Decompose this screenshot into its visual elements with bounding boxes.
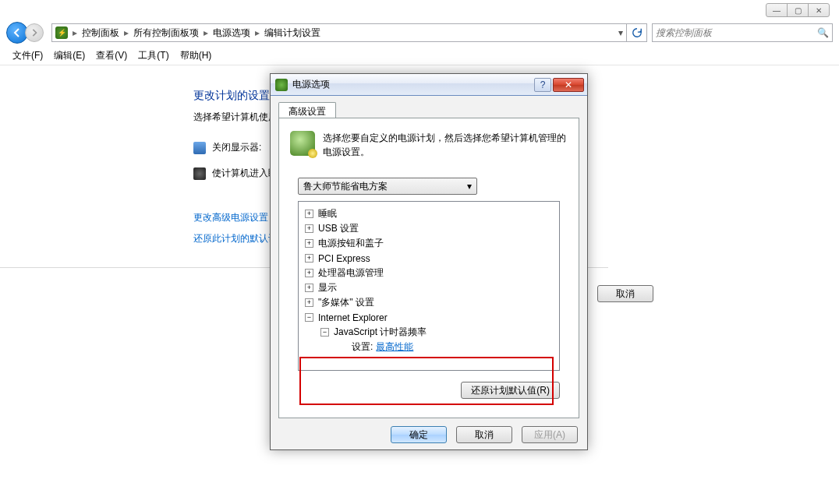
tree-label: PCI Express	[318, 253, 370, 264]
row-turn-off-display-label: 关闭显示器:	[212, 141, 261, 154]
cancel-button[interactable]: 取消	[456, 426, 512, 443]
tree-row[interactable]: +睡眠	[302, 206, 556, 221]
tree-label: USB 设置	[318, 222, 359, 235]
search-icon: 🔍	[817, 27, 829, 38]
power-plan-icon	[290, 131, 315, 156]
breadcrumb-sep: ▸	[255, 27, 260, 38]
window-control-group: — ▢ ✕	[766, 3, 830, 17]
nav-back-forward	[6, 22, 51, 44]
tree-row[interactable]: −Internet Explorer	[302, 310, 556, 325]
address-bar[interactable]: ⚡ ▸ 控制面板 ▸ 所有控制面板项 ▸ 电源选项 ▸ 编辑计划设置 ▾	[51, 23, 627, 42]
tree-row[interactable]: +PCI Express	[302, 251, 556, 266]
power-icon	[193, 167, 206, 180]
menu-view[interactable]: 查看(V)	[96, 49, 127, 62]
collapse-icon[interactable]: −	[320, 328, 329, 337]
control-panel-icon: ⚡	[55, 26, 68, 39]
menu-file[interactable]: 文件(F)	[12, 49, 43, 62]
monitor-icon	[193, 142, 206, 154]
expand-icon[interactable]: +	[305, 298, 313, 307]
tree-label: 睡眠	[318, 207, 337, 220]
search-input[interactable]: 搜索控制面板 🔍	[652, 23, 833, 42]
power-options-dialog: 电源选项 ? ✕ 高级设置 选择您要自定义的电源计划，然后选择您希望计算机管理的…	[270, 73, 588, 450]
dialog-tab-panel: 选择您要自定义的电源计划，然后选择您希望计算机管理的电源设置。 鲁大师节能省电方…	[278, 118, 579, 418]
expand-icon[interactable]: +	[305, 239, 313, 248]
power-options-icon	[275, 79, 288, 91]
page-button-row: 取消	[593, 285, 653, 302]
expand-icon[interactable]: +	[305, 269, 313, 277]
chevron-down-icon: ▾	[467, 181, 472, 192]
breadcrumb-item[interactable]: 编辑计划设置	[264, 26, 320, 40]
setting-value-link[interactable]: 最高性能	[376, 340, 413, 354]
minimize-button[interactable]: —	[766, 3, 788, 17]
tree-label: Internet Explorer	[318, 312, 388, 323]
expand-icon[interactable]: +	[305, 224, 313, 233]
forward-button[interactable]	[25, 23, 44, 42]
tree-row[interactable]: 设置:最高性能	[302, 340, 556, 354]
breadcrumb-item[interactable]: 所有控制面板项	[133, 26, 199, 40]
refresh-button[interactable]	[627, 23, 647, 42]
close-button[interactable]: ✕	[808, 3, 830, 17]
ok-button[interactable]: 确定	[391, 426, 447, 443]
dialog-intro-text: 选择您要自定义的电源计划，然后选择您希望计算机管理的电源设置。	[323, 131, 568, 159]
dialog-close-button[interactable]: ✕	[553, 78, 584, 92]
power-plan-select[interactable]: 鲁大师节能省电方案 ▾	[298, 178, 477, 195]
tree-row[interactable]: +电源按钮和盖子	[302, 236, 556, 251]
tree-row[interactable]: −JavaScript 计时器频率	[302, 325, 556, 340]
apply-button[interactable]: 应用(A)	[522, 426, 578, 443]
address-bar-row: ⚡ ▸ 控制面板 ▸ 所有控制面板项 ▸ 电源选项 ▸ 编辑计划设置 ▾ 搜索控…	[6, 22, 833, 44]
dialog-tabstrip: 高级设置	[278, 101, 579, 118]
tree-label: 处理器电源管理	[318, 266, 384, 280]
dialog-intro: 选择您要自定义的电源计划，然后选择您希望计算机管理的电源设置。	[279, 118, 579, 167]
dialog-title-text: 电源选项	[292, 78, 534, 91]
tree-label: "多媒体" 设置	[318, 296, 374, 309]
tree-label: 电源按钮和盖子	[318, 237, 384, 250]
power-plan-selected-label: 鲁大师节能省电方案	[303, 180, 388, 193]
menu-help[interactable]: 帮助(H)	[180, 49, 212, 62]
tree-row[interactable]: +USB 设置	[302, 221, 556, 236]
breadcrumb-item[interactable]: 控制面板	[82, 26, 119, 40]
cancel-button[interactable]: 取消	[597, 285, 653, 302]
tree-row[interactable]: +处理器电源管理	[302, 266, 556, 280]
dialog-button-row: 确定 取消 应用(A)	[386, 426, 578, 443]
maximize-button[interactable]: ▢	[787, 3, 809, 17]
restore-plan-defaults-button[interactable]: 还原计划默认值(R)	[461, 382, 560, 399]
tree-row[interactable]: +显示	[302, 280, 556, 295]
menu-tools[interactable]: 工具(T)	[138, 49, 168, 62]
dialog-help-button[interactable]: ?	[534, 78, 551, 92]
expand-icon[interactable]: +	[305, 254, 313, 263]
collapse-icon[interactable]: −	[305, 313, 313, 322]
dialog-titlebar: 电源选项 ? ✕	[271, 74, 587, 96]
menu-edit[interactable]: 编辑(E)	[54, 49, 85, 62]
expand-icon[interactable]: +	[305, 210, 313, 218]
search-placeholder: 搜索控制面板	[656, 26, 712, 40]
menu-bar: 文件(F) 编辑(E) 查看(V) 工具(T) 帮助(H)	[0, 47, 839, 65]
breadcrumb-sep: ▸	[204, 27, 208, 38]
tree-row[interactable]: +"多媒体" 设置	[302, 295, 556, 310]
breadcrumb-sep: ▸	[73, 27, 77, 38]
tree-label: 显示	[318, 281, 337, 294]
breadcrumb-sep: ▸	[124, 27, 129, 38]
tree-label: JavaScript 计时器频率	[334, 326, 427, 339]
address-dropdown-icon[interactable]: ▾	[618, 27, 623, 38]
breadcrumb-item[interactable]: 电源选项	[213, 26, 250, 40]
setting-key: 设置:	[352, 340, 373, 354]
expand-icon[interactable]: +	[305, 284, 313, 292]
settings-tree[interactable]: +睡眠+USB 设置+电源按钮和盖子+PCI Express+处理器电源管理+显…	[298, 201, 560, 371]
